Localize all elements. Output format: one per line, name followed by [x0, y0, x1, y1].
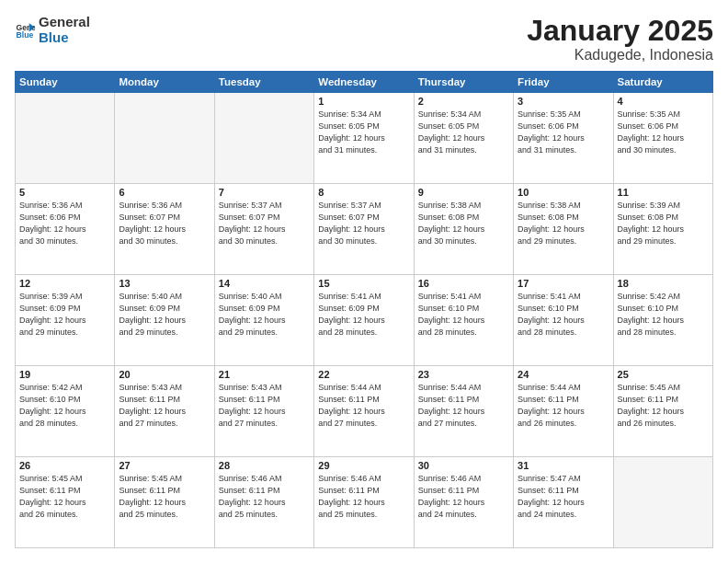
- day-info: Sunrise: 5:38 AM Sunset: 6:08 PM Dayligh…: [518, 200, 609, 247]
- day-number: 29: [318, 460, 409, 471]
- calendar-day-cell: 9Sunrise: 5:38 AM Sunset: 6:08 PM Daylig…: [414, 184, 513, 275]
- calendar-day-cell: 17Sunrise: 5:41 AM Sunset: 6:10 PM Dayli…: [514, 275, 613, 366]
- day-info: Sunrise: 5:39 AM Sunset: 6:09 PM Dayligh…: [19, 291, 110, 339]
- calendar-day-cell: 20Sunrise: 5:43 AM Sunset: 6:11 PM Dayli…: [115, 366, 214, 457]
- day-number: 23: [418, 369, 509, 380]
- calendar-day-cell: 27Sunrise: 5:45 AM Sunset: 6:11 PM Dayli…: [115, 457, 214, 548]
- calendar-week-row: 12Sunrise: 5:39 AM Sunset: 6:09 PM Dayli…: [16, 275, 713, 366]
- calendar-day-cell: 23Sunrise: 5:44 AM Sunset: 6:11 PM Dayli…: [414, 366, 513, 457]
- calendar-day-cell: 21Sunrise: 5:43 AM Sunset: 6:11 PM Dayli…: [214, 366, 313, 457]
- calendar-week-row: 26Sunrise: 5:45 AM Sunset: 6:11 PM Dayli…: [16, 457, 713, 548]
- day-number: 20: [119, 369, 210, 380]
- calendar-week-row: 19Sunrise: 5:42 AM Sunset: 6:10 PM Dayli…: [16, 366, 713, 457]
- day-info: Sunrise: 5:38 AM Sunset: 6:08 PM Dayligh…: [418, 200, 509, 247]
- calendar-day-cell: [115, 93, 214, 184]
- day-number: 6: [119, 187, 210, 198]
- calendar-day-cell: 25Sunrise: 5:45 AM Sunset: 6:11 PM Dayli…: [613, 366, 712, 457]
- day-info: Sunrise: 5:41 AM Sunset: 6:10 PM Dayligh…: [518, 291, 609, 339]
- day-number: 27: [119, 460, 210, 471]
- day-number: 22: [318, 369, 409, 380]
- weekday-header: Tuesday: [214, 72, 313, 93]
- day-info: Sunrise: 5:45 AM Sunset: 6:11 PM Dayligh…: [618, 382, 709, 430]
- day-number: 2: [418, 96, 509, 107]
- calendar-day-cell: 11Sunrise: 5:39 AM Sunset: 6:08 PM Dayli…: [613, 184, 712, 275]
- weekday-header: Sunday: [16, 72, 115, 93]
- weekday-header: Wednesday: [314, 72, 414, 93]
- day-number: 1: [318, 96, 409, 107]
- day-number: 3: [518, 96, 609, 107]
- calendar-day-cell: 31Sunrise: 5:47 AM Sunset: 6:11 PM Dayli…: [514, 457, 613, 548]
- day-info: Sunrise: 5:44 AM Sunset: 6:11 PM Dayligh…: [418, 382, 509, 430]
- header: General Blue General Blue January 2025 K…: [15, 15, 713, 63]
- calendar-week-row: 1Sunrise: 5:34 AM Sunset: 6:05 PM Daylig…: [16, 93, 713, 184]
- day-info: Sunrise: 5:41 AM Sunset: 6:09 PM Dayligh…: [318, 291, 409, 339]
- day-info: Sunrise: 5:43 AM Sunset: 6:11 PM Dayligh…: [219, 382, 310, 430]
- logo-icon: General Blue: [15, 20, 35, 40]
- logo-blue: Blue: [39, 30, 90, 46]
- calendar-week-row: 5Sunrise: 5:36 AM Sunset: 6:06 PM Daylig…: [16, 184, 713, 275]
- day-number: 9: [418, 187, 509, 198]
- day-number: 18: [618, 278, 709, 289]
- calendar-day-cell: 10Sunrise: 5:38 AM Sunset: 6:08 PM Dayli…: [514, 184, 613, 275]
- location-title: Kadugede, Indonesia: [527, 47, 713, 63]
- day-info: Sunrise: 5:37 AM Sunset: 6:07 PM Dayligh…: [219, 200, 310, 247]
- calendar-day-cell: 2Sunrise: 5:34 AM Sunset: 6:05 PM Daylig…: [414, 93, 513, 184]
- calendar-day-cell: 24Sunrise: 5:44 AM Sunset: 6:11 PM Dayli…: [514, 366, 613, 457]
- day-info: Sunrise: 5:46 AM Sunset: 6:11 PM Dayligh…: [219, 473, 310, 521]
- day-info: Sunrise: 5:39 AM Sunset: 6:08 PM Dayligh…: [618, 200, 709, 247]
- day-number: 19: [19, 369, 110, 380]
- day-info: Sunrise: 5:34 AM Sunset: 6:05 PM Dayligh…: [418, 109, 509, 156]
- day-info: Sunrise: 5:43 AM Sunset: 6:11 PM Dayligh…: [119, 382, 210, 430]
- day-number: 13: [119, 278, 210, 289]
- calendar-header-row: SundayMondayTuesdayWednesdayThursdayFrid…: [16, 72, 713, 93]
- calendar-day-cell: [16, 93, 115, 184]
- logo: General Blue General Blue: [15, 15, 90, 45]
- calendar-day-cell: 29Sunrise: 5:46 AM Sunset: 6:11 PM Dayli…: [314, 457, 414, 548]
- day-info: Sunrise: 5:45 AM Sunset: 6:11 PM Dayligh…: [19, 473, 110, 521]
- day-number: 5: [19, 187, 110, 198]
- day-info: Sunrise: 5:44 AM Sunset: 6:11 PM Dayligh…: [518, 382, 609, 430]
- day-info: Sunrise: 5:36 AM Sunset: 6:07 PM Dayligh…: [119, 200, 210, 247]
- day-info: Sunrise: 5:34 AM Sunset: 6:05 PM Dayligh…: [318, 109, 409, 156]
- weekday-header: Thursday: [414, 72, 513, 93]
- calendar-day-cell: 3Sunrise: 5:35 AM Sunset: 6:06 PM Daylig…: [514, 93, 613, 184]
- calendar-day-cell: 12Sunrise: 5:39 AM Sunset: 6:09 PM Dayli…: [16, 275, 115, 366]
- calendar-day-cell: 16Sunrise: 5:41 AM Sunset: 6:10 PM Dayli…: [414, 275, 513, 366]
- day-number: 14: [219, 278, 310, 289]
- logo-general: General: [39, 15, 90, 30]
- day-number: 21: [219, 369, 310, 380]
- calendar-day-cell: 22Sunrise: 5:44 AM Sunset: 6:11 PM Dayli…: [314, 366, 414, 457]
- calendar-day-cell: 19Sunrise: 5:42 AM Sunset: 6:10 PM Dayli…: [16, 366, 115, 457]
- day-number: 28: [219, 460, 310, 471]
- day-info: Sunrise: 5:42 AM Sunset: 6:10 PM Dayligh…: [618, 291, 709, 339]
- day-number: 11: [618, 187, 709, 198]
- calendar-day-cell: [613, 457, 712, 548]
- day-info: Sunrise: 5:35 AM Sunset: 6:06 PM Dayligh…: [618, 109, 709, 156]
- calendar-day-cell: [214, 93, 313, 184]
- day-info: Sunrise: 5:47 AM Sunset: 6:11 PM Dayligh…: [518, 473, 609, 521]
- weekday-header: Saturday: [613, 72, 712, 93]
- calendar-day-cell: 7Sunrise: 5:37 AM Sunset: 6:07 PM Daylig…: [214, 184, 313, 275]
- calendar-day-cell: 15Sunrise: 5:41 AM Sunset: 6:09 PM Dayli…: [314, 275, 414, 366]
- day-number: 24: [518, 369, 609, 380]
- day-number: 26: [19, 460, 110, 471]
- calendar-day-cell: 26Sunrise: 5:45 AM Sunset: 6:11 PM Dayli…: [16, 457, 115, 548]
- day-info: Sunrise: 5:36 AM Sunset: 6:06 PM Dayligh…: [19, 200, 110, 247]
- day-number: 30: [418, 460, 509, 471]
- day-info: Sunrise: 5:44 AM Sunset: 6:11 PM Dayligh…: [318, 382, 409, 430]
- day-number: 7: [219, 187, 310, 198]
- day-info: Sunrise: 5:37 AM Sunset: 6:07 PM Dayligh…: [318, 200, 409, 247]
- day-number: 4: [618, 96, 709, 107]
- calendar-day-cell: 18Sunrise: 5:42 AM Sunset: 6:10 PM Dayli…: [613, 275, 712, 366]
- calendar-day-cell: 30Sunrise: 5:46 AM Sunset: 6:11 PM Dayli…: [414, 457, 513, 548]
- weekday-header: Monday: [115, 72, 214, 93]
- day-info: Sunrise: 5:46 AM Sunset: 6:11 PM Dayligh…: [318, 473, 409, 521]
- day-number: 31: [518, 460, 609, 471]
- day-number: 12: [19, 278, 110, 289]
- title-block: January 2025 Kadugede, Indonesia: [527, 15, 713, 63]
- calendar-day-cell: 28Sunrise: 5:46 AM Sunset: 6:11 PM Dayli…: [214, 457, 313, 548]
- weekday-header: Friday: [514, 72, 613, 93]
- day-info: Sunrise: 5:42 AM Sunset: 6:10 PM Dayligh…: [19, 382, 110, 430]
- day-number: 16: [418, 278, 509, 289]
- calendar: SundayMondayTuesdayWednesdayThursdayFrid…: [15, 71, 713, 548]
